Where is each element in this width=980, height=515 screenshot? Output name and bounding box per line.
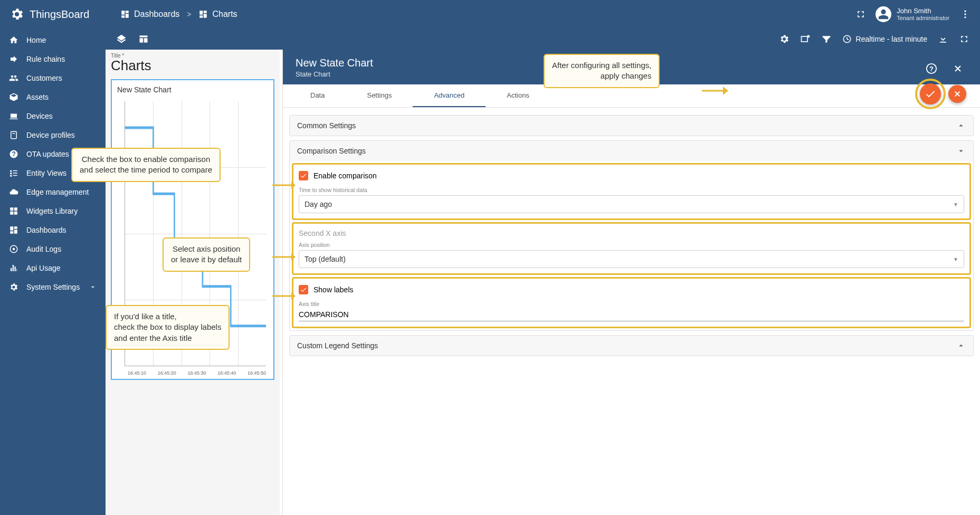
svg-point-1 (964, 13, 966, 15)
ota-updates-icon (8, 149, 19, 159)
fullscreen-icon[interactable] (855, 9, 866, 20)
show-labels-label: Show labels (313, 285, 354, 294)
time-window[interactable]: Realtime - last minute (842, 34, 927, 44)
chevron-up-icon (956, 121, 966, 130)
callout-axis-title: If you'd like a title, check the box to … (106, 305, 230, 350)
time-select[interactable]: Day ago ▼ (299, 195, 964, 213)
layout-icon[interactable] (138, 34, 149, 44)
sidebar-item-edge-management[interactable]: Edge management (0, 183, 106, 202)
logo-icon (8, 6, 25, 23)
svg-point-0 (964, 11, 966, 12)
breadcrumb-root[interactable]: Dashboards (120, 9, 179, 19)
chevron-down-icon (956, 146, 966, 156)
sidebar: Home Rule chains Customers Assets Device… (0, 28, 106, 515)
highlight-show-labels: Show labels Axis title (292, 277, 971, 328)
svg-point-6 (13, 248, 15, 251)
chevron-up-icon (956, 341, 966, 350)
panel-body: Common Settings Comparison Settings Enab… (283, 108, 980, 515)
axis-pos-label: Axis position (299, 242, 964, 248)
user-role: Tenant administrator (897, 15, 949, 21)
widget-edit-panel: New State Chart State Chart ? Data Setti… (282, 50, 980, 515)
gear-icon (8, 282, 19, 292)
highlight-second-x-axis: Second X axis Axis position Top (default… (292, 222, 971, 275)
devices-icon (8, 111, 19, 121)
svg-point-11 (807, 35, 810, 38)
sidebar-item-api-usage[interactable]: Api Usage (0, 259, 106, 278)
tab-data[interactable]: Data (289, 84, 346, 107)
tab-actions[interactable]: Actions (486, 84, 550, 107)
user-name: John Smith (897, 7, 949, 15)
breadcrumb-sep: > (187, 10, 191, 18)
sidebar-item-rule-chains[interactable]: Rule chains (0, 50, 106, 69)
customers-icon (8, 73, 19, 83)
api-usage-icon (8, 263, 19, 273)
dashboard-canvas: Title * Charts New State Chart 16:45:101… (106, 50, 280, 515)
entity-alias-icon[interactable] (800, 34, 811, 44)
widget-preview-title: New State Chart (117, 85, 268, 94)
caret-down-icon: ▼ (953, 202, 958, 207)
time-field-label: Time to show historical data (299, 187, 964, 193)
dashboard-toolbar: Realtime - last minute (106, 28, 980, 50)
fullscreen-icon[interactable] (959, 34, 969, 44)
edge-icon (8, 187, 19, 197)
chevron-down-icon (89, 283, 97, 291)
axis-title-label: Axis title (299, 301, 964, 307)
assets-icon (8, 92, 19, 102)
section-header-comparison[interactable]: Comparison Settings (290, 141, 973, 161)
show-labels-checkbox[interactable] (299, 285, 308, 294)
callout-enable-comparison: Check the box to enable comparison and s… (71, 148, 221, 182)
clock-icon (842, 34, 852, 44)
entity-views-icon (8, 168, 19, 178)
sidebar-item-dashboards[interactable]: Dashboards (0, 221, 106, 240)
layers-icon[interactable] (116, 34, 127, 44)
section-header-common[interactable]: Common Settings (290, 116, 973, 136)
widgets-icon (8, 206, 19, 216)
svg-point-2 (964, 16, 966, 18)
sidebar-item-widgets-library[interactable]: Widgets Library (0, 202, 106, 221)
sidebar-item-devices[interactable]: Devices (0, 107, 106, 126)
section-header-custom-legend[interactable]: Custom Legend Settings (290, 336, 973, 356)
svg-rect-8 (140, 38, 144, 42)
axis-title-input[interactable] (299, 308, 964, 321)
sidebar-item-customers[interactable]: Customers (0, 69, 106, 88)
gear-icon[interactable] (779, 34, 789, 44)
section-comparison-settings: Comparison Settings Enable comparison Ti… (289, 140, 974, 331)
fab-area (920, 83, 966, 104)
close-panel-icon[interactable] (948, 59, 967, 78)
breadcrumb-current[interactable]: Charts (198, 9, 237, 19)
tab-advanced[interactable]: Advanced (413, 84, 486, 107)
axis-position-select[interactable]: Top (default) ▼ (299, 250, 964, 268)
help-icon[interactable]: ? (922, 59, 941, 78)
dashboard-icon (8, 225, 19, 235)
dashboard-title: Charts (111, 58, 274, 74)
more-icon[interactable] (959, 8, 972, 21)
callout-axis-position: Select axis position or leave it by defa… (163, 237, 250, 272)
sidebar-item-home[interactable]: Home (0, 31, 106, 50)
callout-apply: After configuring all settings, apply ch… (544, 54, 660, 88)
rule-chains-icon (8, 54, 19, 64)
audit-icon (8, 244, 19, 254)
cancel-button[interactable] (948, 85, 966, 103)
user-menu[interactable]: John Smith Tenant administrator (876, 6, 949, 22)
svg-rect-10 (801, 36, 807, 42)
section-custom-legend: Custom Legend Settings (289, 335, 974, 356)
sidebar-item-device-profiles[interactable]: Device profiles (0, 126, 106, 145)
enable-comparison-checkbox[interactable] (299, 171, 308, 180)
sidebar-item-system-settings[interactable]: System Settings (0, 278, 106, 297)
logo-text: ThingsBoard (30, 8, 89, 21)
download-icon[interactable] (938, 34, 948, 44)
sidebar-item-assets[interactable]: Assets (0, 88, 106, 107)
svg-rect-7 (140, 35, 148, 37)
logo[interactable]: ThingsBoard (8, 6, 106, 23)
home-icon (8, 35, 19, 45)
svg-text:?: ? (929, 65, 934, 73)
top-header: ThingsBoard Dashboards > Charts John Smi… (0, 0, 980, 28)
header-right: John Smith Tenant administrator (855, 6, 972, 22)
highlight-enable-comparison: Enable comparison Time to show historica… (292, 163, 971, 220)
avatar-icon (876, 6, 891, 22)
caret-down-icon: ▼ (953, 256, 958, 262)
svg-rect-3 (11, 131, 17, 139)
filter-icon[interactable] (821, 34, 832, 44)
tab-settings[interactable]: Settings (346, 84, 413, 107)
sidebar-item-audit-logs[interactable]: Audit Logs (0, 240, 106, 259)
